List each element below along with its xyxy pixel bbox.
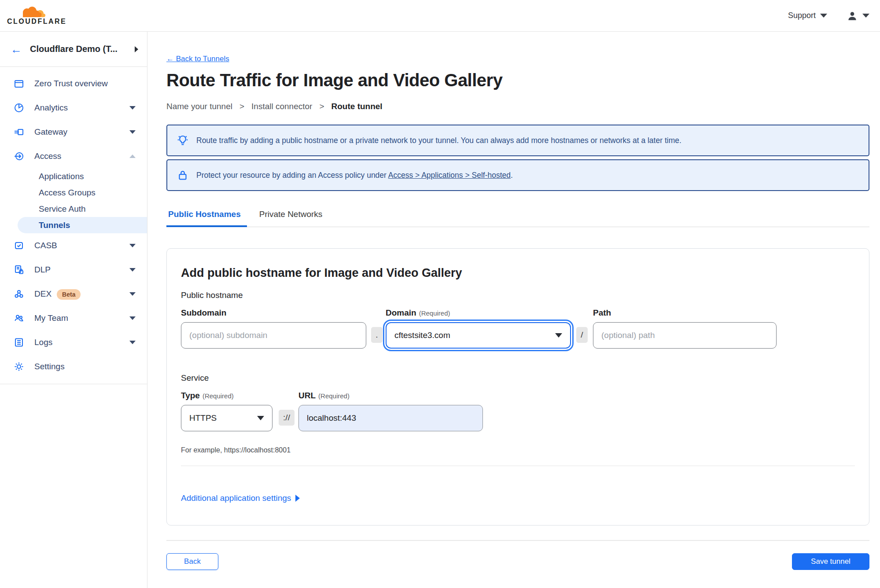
sidebar-item-applications[interactable]: Applications [0, 168, 147, 184]
main-content: ← Back to Tunnels Route Traffic for Imag… [147, 32, 880, 588]
sidebar-item-my-team[interactable]: My Team [0, 306, 147, 330]
url-example-text: For example, https://localhost:8001 [181, 446, 855, 454]
dot-separator: . [371, 327, 383, 343]
beta-badge: Beta [57, 289, 81, 300]
access-icon [13, 151, 25, 162]
chevron-down-icon [555, 333, 562, 338]
save-tunnel-button[interactable]: Save tunnel [792, 553, 869, 570]
path-input[interactable] [593, 322, 777, 349]
sidebar: ← Cloudflare Demo (T... Zero Trust overv… [0, 32, 147, 588]
type-label: Type [181, 391, 200, 400]
sidebar-item-logs[interactable]: Logs [0, 330, 147, 354]
domain-selected-value: cftestsite3.com [394, 331, 450, 340]
chevron-down-icon [820, 14, 827, 18]
access-submenu: Applications Access Groups Service Auth … [0, 168, 147, 233]
top-bar: CLOUDFLARE Support [0, 0, 880, 32]
type-selected-value: HTTPS [189, 413, 217, 423]
sidebar-item-casb[interactable]: CASB [0, 233, 147, 257]
info-banner-route-traffic: Route traffic by adding a public hostnam… [166, 125, 869, 156]
card-heading: Add public hostname for Image and Video … [181, 266, 855, 280]
chevron-down-icon [129, 292, 136, 296]
support-label: Support [788, 11, 816, 20]
chevron-down-icon [129, 106, 136, 110]
card-divider [181, 466, 855, 466]
tab-private-networks[interactable]: Private Networks [258, 209, 329, 227]
chevron-down-icon [257, 416, 264, 420]
tab-public-hostnames[interactable]: Public Hostnames [166, 209, 247, 227]
access-applications-self-hosted-link[interactable]: Access > Applications > Self-hosted [388, 171, 511, 180]
back-arrow-icon[interactable]: ← [11, 44, 22, 55]
domain-label: Domain [386, 308, 416, 317]
overview-icon [13, 78, 25, 89]
sidebar-item-dlp[interactable]: DLP [0, 257, 147, 282]
service-label: Service [181, 373, 855, 383]
chevron-down-icon [129, 341, 136, 344]
lightbulb-icon [176, 134, 189, 147]
chevron-down-icon [129, 130, 136, 134]
chevron-down-icon [129, 316, 136, 320]
support-menu[interactable]: Support [788, 11, 827, 20]
path-label: Path [593, 308, 777, 318]
service-field-row: Type(Required) HTTPS :// URL(Required) [181, 391, 855, 431]
sidebar-item-service-auth[interactable]: Service Auth [0, 201, 147, 217]
user-icon [847, 10, 858, 22]
tab-bar: Public Hostnames Private Networks [166, 209, 869, 227]
step-route-tunnel: Route tunnel [331, 102, 383, 111]
page-title: Route Traffic for Image and Video Galler… [166, 70, 869, 90]
back-button[interactable]: Back [166, 553, 218, 570]
sidebar-item-access[interactable]: Access [0, 144, 147, 168]
sidebar-nav: Zero Trust overview Analytics Gateway Ac… [0, 67, 147, 384]
hostname-field-row: Subdomain . Domain(Required) cftestsite3… [181, 308, 855, 349]
service-url-input[interactable] [298, 405, 483, 431]
dlp-icon [13, 264, 25, 276]
cloudflare-cloud-icon [18, 6, 47, 18]
my-team-icon [13, 312, 25, 324]
sidebar-item-zero-trust-overview[interactable]: Zero Trust overview [0, 71, 147, 96]
brand-wordmark: CLOUDFLARE [7, 18, 66, 26]
sidebar-item-tunnels[interactable]: Tunnels [18, 217, 147, 233]
footer-actions: Back Save tunnel [166, 553, 869, 570]
gateway-icon [13, 126, 25, 138]
breadcrumb: Name your tunnel > Install connector > R… [166, 102, 869, 111]
account-name: Cloudflare Demo (T... [30, 44, 135, 54]
chevron-down-icon [862, 14, 869, 18]
slash-separator: / [576, 327, 588, 343]
logs-icon [13, 337, 25, 348]
required-label: (Required) [419, 309, 450, 317]
sidebar-item-analytics[interactable]: Analytics [0, 96, 147, 120]
account-switcher[interactable]: ← Cloudflare Demo (T... [0, 32, 147, 67]
info-banner-access-policy: Protect your resource by adding an Acces… [166, 159, 869, 191]
service-type-select[interactable]: HTTPS [181, 405, 272, 431]
sidebar-item-access-groups[interactable]: Access Groups [0, 184, 147, 201]
domain-select[interactable]: cftestsite3.com [386, 322, 571, 349]
dex-icon [13, 288, 25, 300]
chevron-right-icon [135, 46, 138, 52]
sidebar-divider [0, 384, 147, 384]
lock-icon [176, 169, 189, 182]
step-name-your-tunnel[interactable]: Name your tunnel [166, 102, 232, 111]
chevron-up-icon [129, 154, 136, 158]
sidebar-item-gateway[interactable]: Gateway [0, 120, 147, 144]
user-menu[interactable] [847, 10, 869, 22]
additional-application-settings-toggle[interactable]: Additional application settings [181, 493, 855, 503]
sidebar-item-dex[interactable]: DEXBeta [0, 282, 147, 306]
subdomain-input[interactable] [181, 322, 366, 349]
back-to-tunnels-link[interactable]: ← Back to Tunnels [166, 55, 229, 63]
scheme-separator: :// [279, 410, 295, 426]
analytics-icon [13, 102, 25, 114]
public-hostname-label: Public hostname [181, 290, 855, 300]
subdomain-label: Subdomain [181, 308, 366, 318]
chevron-right-icon [295, 495, 300, 502]
settings-icon [13, 361, 25, 372]
step-install-connector[interactable]: Install connector [251, 102, 312, 111]
casb-icon [13, 240, 25, 251]
footer-divider [166, 540, 869, 541]
cloudflare-logo: CLOUDFLARE [7, 6, 66, 26]
add-public-hostname-card: Add public hostname for Image and Video … [166, 248, 869, 526]
sidebar-item-settings[interactable]: Settings [0, 354, 147, 379]
url-label: URL [298, 391, 316, 400]
chevron-down-icon [129, 268, 136, 272]
chevron-down-icon [129, 244, 136, 247]
